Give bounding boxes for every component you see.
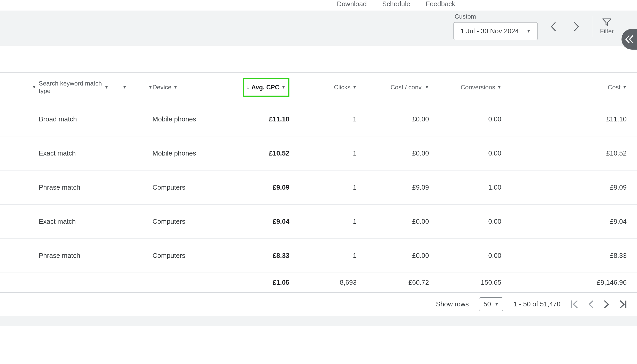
divider <box>592 16 592 37</box>
cell-clicks: 1 <box>289 149 357 157</box>
chevron-down-icon: ▼ <box>425 85 429 90</box>
table-header: ▼ Search keyword match type ▼ ▼ ▼ Device… <box>0 73 637 102</box>
column-cost-label: Cost <box>608 84 620 91</box>
cell-match-type: Broad match <box>36 115 109 123</box>
first-page-button[interactable] <box>571 300 578 308</box>
tab-feedback[interactable]: Feedback <box>426 0 455 8</box>
cell-avg-cpc: £9.09 <box>225 183 289 191</box>
totals-row: £1.05 8,693 £60.72 150.65 £9,146.96 <box>0 273 637 292</box>
column-match-type-label: Search keyword match type <box>39 80 102 95</box>
cell-clicks: 1 <box>289 252 357 260</box>
chevron-down-icon: ▼ <box>623 85 627 90</box>
column-cost-conv-label: Cost / conv. <box>390 84 423 91</box>
cell-cost-conv: £9.09 <box>357 183 429 191</box>
cell-clicks: 1 <box>289 218 357 226</box>
cell-conversions: 1.00 <box>429 183 501 191</box>
last-page-button[interactable] <box>619 300 627 308</box>
column-avg-cpc[interactable]: ↓ Avg. CPC ▼ <box>243 78 289 97</box>
date-next-button[interactable] <box>569 19 584 34</box>
cell-cost: £9.09 <box>554 183 627 191</box>
chevron-down-icon[interactable]: ▼ <box>148 85 152 90</box>
cell-device: Mobile phones <box>152 115 225 123</box>
chevron-down-icon: ▼ <box>281 85 286 90</box>
cell-cost: £11.10 <box>554 115 627 123</box>
date-range-picker[interactable]: 1 Jul - 30 Nov 2024 ▼ <box>454 22 538 40</box>
total-cost: £9,146.96 <box>554 278 627 286</box>
date-range-type-label: Custom <box>454 13 538 20</box>
cell-conversions: 0.00 <box>429 115 501 123</box>
cell-match-type: Exact match <box>36 218 109 226</box>
cell-avg-cpc: £8.33 <box>225 252 289 260</box>
column-clicks-label: Clicks <box>334 84 350 91</box>
cell-avg-cpc: £10.52 <box>225 149 289 157</box>
chevron-down-icon[interactable]: ▼ <box>122 85 127 90</box>
table-row[interactable]: Exact matchComputers£9.041£0.000.00£9.04 <box>0 205 637 239</box>
chevron-left-icon <box>551 22 556 31</box>
chevron-right-icon <box>604 300 609 308</box>
column-match-type[interactable]: Search keyword match type ▼ <box>36 80 109 95</box>
column-conversions-label: Conversions <box>461 84 495 91</box>
total-clicks: 8,693 <box>289 278 357 286</box>
chevron-down-icon: ▼ <box>497 85 501 90</box>
filter-button[interactable]: Filter <box>600 18 614 35</box>
prev-page-button[interactable] <box>588 300 594 308</box>
table-row[interactable]: Exact matchMobile phones£10.521£0.000.00… <box>0 136 637 171</box>
chevron-down-icon: ▼ <box>352 85 357 90</box>
table-row[interactable]: Phrase matchComputers£9.091£9.091.00£9.0… <box>0 171 637 205</box>
date-prev-button[interactable] <box>546 19 561 34</box>
total-avg-cpc: £1.05 <box>225 278 289 286</box>
cell-conversions: 0.00 <box>429 252 501 260</box>
column-device-label: Device <box>152 84 171 91</box>
column-clicks[interactable]: Clicks ▼ <box>289 84 357 91</box>
table-row[interactable]: Broad matchMobile phones£11.101£0.000.00… <box>0 102 637 136</box>
total-conversions: 150.65 <box>429 278 501 286</box>
cell-cost: £10.52 <box>554 149 627 157</box>
column-avg-cpc-label: Avg. CPC <box>251 84 279 91</box>
cell-conversions: 0.00 <box>429 218 501 226</box>
chevron-down-icon: ▼ <box>527 29 531 34</box>
rows-per-page-value: 50 <box>483 300 491 308</box>
rows-per-page-select[interactable]: 50 ▼ <box>479 297 503 311</box>
chevron-left-icon <box>588 300 594 308</box>
cell-device: Mobile phones <box>152 149 225 157</box>
show-rows-label: Show rows <box>436 300 469 308</box>
chevron-down-icon[interactable]: ▼ <box>32 85 36 90</box>
cell-cost: £9.04 <box>554 218 627 226</box>
cell-cost-conv: £0.00 <box>357 252 429 260</box>
column-cost[interactable]: Cost ▼ <box>554 84 627 91</box>
chevron-down-icon: ▼ <box>104 85 109 90</box>
next-page-button[interactable] <box>604 300 609 308</box>
cell-device: Computers <box>152 183 225 191</box>
chevron-down-icon: ▼ <box>173 85 178 90</box>
filter-icon <box>602 18 611 26</box>
chevron-double-left-icon <box>625 35 634 43</box>
cell-cost-conv: £0.00 <box>357 149 429 157</box>
cell-clicks: 1 <box>289 183 357 191</box>
column-device[interactable]: Device ▼ <box>152 84 225 91</box>
cell-match-type: Phrase match <box>36 183 109 191</box>
footer-area <box>0 316 637 326</box>
column-conversions[interactable]: Conversions ▼ <box>429 84 501 91</box>
cell-avg-cpc: £9.04 <box>225 218 289 226</box>
cell-match-type: Exact match <box>36 149 109 157</box>
total-cost-conv: £60.72 <box>357 278 429 286</box>
cell-conversions: 0.00 <box>429 149 501 157</box>
cell-device: Computers <box>152 218 225 226</box>
filter-label: Filter <box>600 28 614 35</box>
cell-cost: £8.33 <box>554 252 627 260</box>
chart-placeholder <box>0 45 637 73</box>
cell-cost-conv: £0.00 <box>357 115 429 123</box>
chevron-down-icon: ▼ <box>495 302 499 307</box>
cell-clicks: 1 <box>289 115 357 123</box>
page-range-text: 1 - 50 of 51,470 <box>513 300 561 308</box>
column-cost-conv[interactable]: Cost / conv. ▼ <box>357 84 429 91</box>
tab-schedule[interactable]: Schedule <box>382 0 410 8</box>
table-row[interactable]: Phrase matchComputers£8.331£0.000.00£8.3… <box>0 239 637 273</box>
first-page-icon <box>571 300 578 308</box>
tab-download[interactable]: Download <box>337 0 367 8</box>
cell-avg-cpc: £11.10 <box>225 115 289 123</box>
pagination: Show rows 50 ▼ 1 - 50 of 51,470 <box>0 292 637 316</box>
cell-device: Computers <box>152 252 225 260</box>
sort-descending-icon: ↓ <box>247 84 249 91</box>
cell-cost-conv: £0.00 <box>357 218 429 226</box>
